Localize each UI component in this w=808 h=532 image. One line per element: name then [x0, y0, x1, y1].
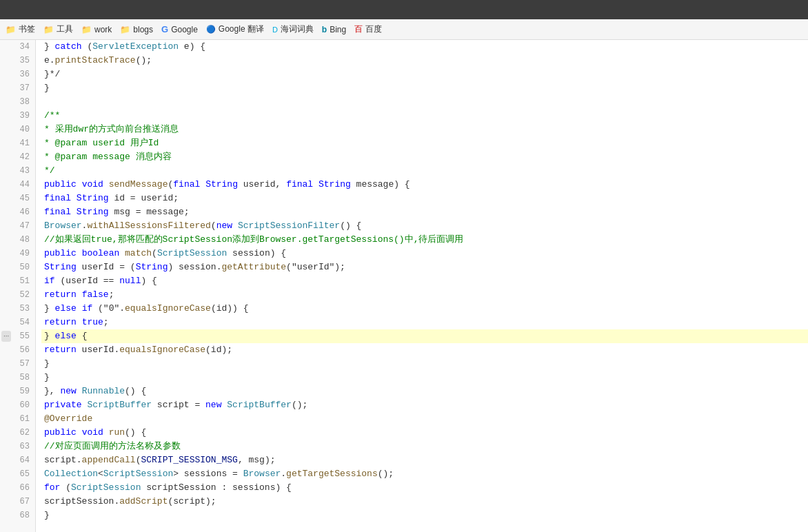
line-number-55: ···55 — [0, 329, 35, 343]
bookmark-gongju[interactable]: 📁 工具 — [43, 23, 73, 35]
code-line-60: private ScriptBuffer script = new Script… — [41, 398, 808, 412]
line-numbers-gutter: 3435363738394041424344454647484950515253… — [0, 40, 36, 532]
code-line-58: } — [41, 371, 808, 385]
code-line-54: return true; — [41, 316, 808, 329]
bookmark-haici[interactable]: D 海词词典 — [272, 23, 314, 35]
line-number-59: 59 — [0, 385, 35, 398]
code-line-56: return userId.equalsIgnoreCase(id); — [41, 343, 808, 357]
code-line-59: }, new Runnable() { — [41, 385, 808, 398]
line-number-42: 42 — [0, 150, 35, 164]
code-line-45: final String id = userid; — [41, 192, 808, 205]
code-line-53: } else if ("0".equalsIgnoreCase(id)) { — [41, 302, 808, 316]
code-line-65: Collection<ScriptSession> sessions = Bro… — [41, 467, 808, 481]
code-line-47: Browser.withAllSessionsFiltered(new Scri… — [41, 219, 808, 233]
line-number-37: 37 — [0, 81, 35, 95]
line-number-57: 57 — [0, 357, 35, 371]
line-number-64: 64 — [0, 453, 35, 467]
code-line-39: /** — [41, 109, 808, 123]
bookmark-shuqian[interactable]: 📁 书签 — [6, 23, 35, 35]
line-number-49: 49 — [0, 247, 35, 260]
bookmark-label: 百度 — [365, 23, 382, 35]
code-line-50: String userId = (String) session.getAttr… — [41, 260, 808, 274]
bookmark-bing[interactable]: b Bing — [322, 25, 346, 34]
line-number-36: 36 — [0, 68, 35, 81]
line-number-56: 56 — [0, 343, 35, 357]
line-number-38: 38 — [0, 95, 35, 109]
code-line-38 — [41, 95, 808, 109]
code-action-dots[interactable]: ··· — [1, 331, 11, 342]
code-line-46: final String msg = message; — [41, 205, 808, 219]
bookmark-google-translate[interactable]: 🔵 Google 翻译 — [206, 23, 264, 35]
code-line-68: } — [41, 509, 808, 522]
bookmark-label: Bing — [330, 25, 346, 34]
google-icon: G — [161, 24, 168, 34]
code-line-35: e.printStackTrace(); — [41, 54, 808, 68]
line-number-61: 61 — [0, 412, 35, 426]
bookmarks-bar: 📁 书签 📁 工具 📁 work 📁 blogs G Google 🔵 Goog… — [0, 19, 808, 40]
code-line-55: } else { — [41, 329, 808, 343]
bookmark-label: work — [94, 25, 112, 34]
line-number-63: 63 — [0, 440, 35, 453]
code-line-42: * @param message 消息内容 — [41, 150, 808, 164]
code-line-43: */ — [41, 164, 808, 178]
code-content-area[interactable]: } catch (ServletException e) { e.printSt… — [36, 40, 808, 532]
code-line-51: if (userId == null) { — [41, 274, 808, 288]
line-number-50: 50 — [0, 260, 35, 274]
code-line-52: return false; — [41, 288, 808, 302]
line-number-52: 52 — [0, 288, 35, 302]
folder-icon: 📁 — [6, 25, 16, 34]
bookmark-label: 工具 — [57, 23, 73, 35]
line-number-54: 54 — [0, 316, 35, 329]
line-number-40: 40 — [0, 123, 35, 136]
bookmark-blogs[interactable]: 📁 blogs — [120, 25, 153, 34]
code-line-44: public void sendMessage(final String use… — [41, 178, 808, 192]
line-number-44: 44 — [0, 178, 35, 192]
bookmark-label: Google 翻译 — [219, 23, 264, 35]
code-line-40: * 采用dwr的方式向前台推送消息 — [41, 123, 808, 136]
code-line-64: script.appendCall(SCRIPT_SESSION_MSG, ms… — [41, 453, 808, 467]
line-number-53: 53 — [0, 302, 35, 316]
line-number-41: 41 — [0, 136, 35, 150]
code-line-49: public boolean match(ScriptSession sessi… — [41, 247, 808, 260]
line-number-68: 68 — [0, 509, 35, 522]
bookmark-work[interactable]: 📁 work — [81, 25, 112, 34]
line-number-66: 66 — [0, 481, 35, 495]
bookmark-label: 书签 — [19, 23, 35, 35]
code-line-57: } — [41, 357, 808, 371]
bookmark-label: blogs — [133, 25, 153, 34]
folder-icon: 📁 — [43, 25, 54, 34]
line-number-65: 65 — [0, 467, 35, 481]
line-number-51: 51 — [0, 274, 35, 288]
code-line-67: scriptSession.addScript(script); — [41, 495, 808, 509]
code-line-34: } catch (ServletException e) { — [41, 40, 808, 54]
line-number-48: 48 — [0, 233, 35, 247]
code-line-37: } — [41, 81, 808, 95]
code-editor: 3435363738394041424344454647484950515253… — [0, 40, 808, 532]
folder-icon: 📁 — [120, 25, 130, 34]
code-line-61: @Override — [41, 412, 808, 426]
code-line-48: //如果返回true,那将匹配的ScriptSession添加到Browser.… — [41, 233, 808, 247]
browser-bar — [0, 0, 808, 19]
code-line-36: }*/ — [41, 68, 808, 81]
bookmark-label: 海词词典 — [281, 23, 314, 35]
code-line-62: public void run() { — [41, 426, 808, 440]
line-number-43: 43 — [0, 164, 35, 178]
code-line-41: * @param userid 用户Id — [41, 136, 808, 150]
baidu-icon: 百 — [354, 23, 363, 35]
line-number-47: 47 — [0, 219, 35, 233]
folder-icon: 📁 — [81, 25, 92, 34]
line-number-60: 60 — [0, 398, 35, 412]
line-number-58: 58 — [0, 371, 35, 385]
google-translate-icon: 🔵 — [206, 25, 216, 34]
bookmark-google[interactable]: G Google — [161, 24, 198, 34]
bookmark-baidu[interactable]: 百 百度 — [354, 23, 382, 35]
code-line-66: for (ScriptSession scriptSession : sessi… — [41, 481, 808, 495]
line-number-67: 67 — [0, 495, 35, 509]
line-number-34: 34 — [0, 40, 35, 54]
bookmark-label: Google — [171, 25, 198, 34]
line-number-45: 45 — [0, 192, 35, 205]
line-number-35: 35 — [0, 54, 35, 68]
haici-icon: D — [272, 25, 278, 34]
line-number-46: 46 — [0, 205, 35, 219]
bing-icon: b — [322, 25, 327, 34]
